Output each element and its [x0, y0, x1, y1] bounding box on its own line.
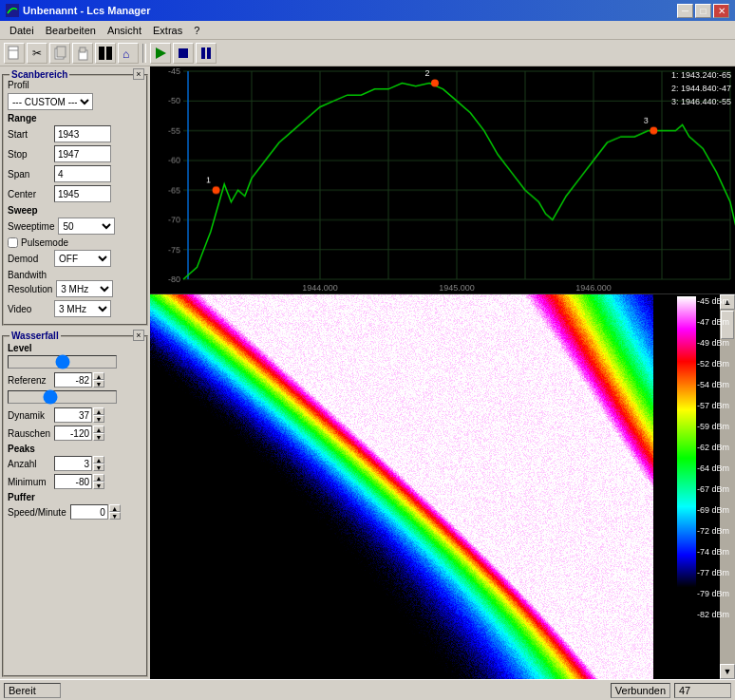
- video-row: Video 3 MHz: [8, 300, 142, 317]
- anzahl-label: Anzahl: [8, 459, 50, 469]
- sweeptime-row: Sweeptime 50: [8, 218, 142, 235]
- referenz-down[interactable]: ▼: [93, 380, 104, 388]
- menu-help[interactable]: ?: [188, 23, 205, 38]
- close-button[interactable]: ✕: [713, 4, 729, 18]
- color-scale-canvas: [677, 296, 696, 619]
- profil-label: Profil: [8, 80, 50, 90]
- center-row: Center: [8, 185, 142, 202]
- menu-bearbeiten[interactable]: Bearbeiten: [40, 23, 102, 38]
- scanbereich-section: Scanbereich × Profil --- CUSTOM --- Rang…: [2, 74, 148, 326]
- menu-ansicht[interactable]: Ansicht: [102, 23, 147, 38]
- rauschen-down[interactable]: ▼: [93, 433, 104, 441]
- anzahl-row: Anzahl ▲ ▼: [8, 456, 142, 471]
- toolbar-new[interactable]: [4, 43, 25, 64]
- chart-info-2: 2: 1944.840:-47: [671, 82, 731, 95]
- referenz-row: Referenz ▲ ▼: [8, 372, 142, 388]
- dynamik-row: Dynamik ▲ ▼: [8, 407, 142, 423]
- svg-rect-4: [57, 47, 66, 57]
- referenz-up[interactable]: ▲: [93, 372, 104, 380]
- start-input[interactable]: [54, 125, 111, 142]
- svg-rect-11: [179, 48, 188, 58]
- speed-up[interactable]: ▲: [109, 504, 121, 512]
- dynamik-label: Dynamik: [8, 410, 50, 421]
- scanbereich-title: Scanbereich: [9, 69, 69, 80]
- level-slider[interactable]: [8, 355, 117, 369]
- wasserfall-close[interactable]: ×: [133, 330, 144, 341]
- status-text: Bereit: [4, 683, 61, 698]
- sweeptime-select[interactable]: 50: [58, 218, 115, 235]
- dynamik-down[interactable]: ▼: [93, 415, 104, 423]
- anzahl-up[interactable]: ▲: [93, 456, 104, 464]
- minimum-up[interactable]: ▲: [93, 474, 104, 482]
- wasserfall-title: Wasserfall: [9, 331, 61, 341]
- scanbereich-close[interactable]: ×: [133, 68, 144, 80]
- span-input[interactable]: [54, 165, 111, 182]
- demod-select[interactable]: OFF: [54, 250, 111, 267]
- rauschen-row: Rauschen ▲ ▼: [8, 426, 142, 441]
- toolbar-copy[interactable]: [49, 43, 70, 64]
- minimize-button[interactable]: ─: [677, 4, 693, 18]
- toolbar-scissors[interactable]: ✂: [27, 43, 47, 64]
- toolbar-paste[interactable]: [72, 43, 93, 64]
- menu-datei[interactable]: Datei: [4, 23, 40, 38]
- chart-info-3: 3: 1946.440:-55: [671, 95, 731, 108]
- referenz-spin: ▲ ▼: [54, 372, 104, 388]
- status-bar: Bereit Verbunden 47: [0, 679, 735, 700]
- dynamik-slider[interactable]: [8, 390, 117, 404]
- video-select[interactable]: 3 MHz: [54, 300, 111, 317]
- rauschen-up[interactable]: ▲: [93, 426, 104, 433]
- right-panel: 1: 1943.240:-65 2: 1944.840:-47 3: 1946.…: [150, 66, 735, 679]
- pulsemode-label: Pulsemode: [21, 237, 68, 248]
- toolbar-btn4[interactable]: [95, 43, 116, 64]
- rauschen-spin: ▲ ▼: [54, 426, 104, 441]
- start-row: Start: [8, 125, 142, 142]
- rauschen-input[interactable]: [54, 426, 92, 441]
- svg-rect-1: [9, 47, 18, 59]
- referenz-label: Referenz: [8, 375, 50, 386]
- start-label: Start: [8, 129, 50, 140]
- rauschen-label: Rauschen: [8, 428, 50, 439]
- minimum-input[interactable]: [54, 474, 92, 489]
- minimum-label: Minimum: [8, 477, 50, 487]
- anzahl-input[interactable]: [54, 456, 92, 471]
- svg-text:⌂: ⌂: [122, 47, 129, 61]
- sweep-label: Sweep: [8, 205, 142, 216]
- stop-row: Stop: [8, 145, 142, 162]
- toolbar: ✂ ⌂: [0, 40, 735, 66]
- profil-row: Profil: [8, 80, 142, 90]
- span-label: Span: [8, 169, 50, 180]
- svg-rect-7: [99, 47, 104, 60]
- center-label: Center: [8, 189, 50, 199]
- stop-input[interactable]: [54, 145, 111, 162]
- resolution-select[interactable]: 3 MHz: [56, 280, 113, 297]
- dynamik-spin: ▲ ▼: [54, 407, 104, 423]
- menu-extras[interactable]: Extras: [147, 23, 188, 38]
- status-number: 47: [674, 683, 731, 698]
- pulsemode-check[interactable]: [8, 237, 18, 248]
- left-panel: Scanbereich × Profil --- CUSTOM --- Rang…: [0, 66, 150, 679]
- minimum-down[interactable]: ▼: [93, 482, 104, 489]
- speed-spin: ▲ ▼: [70, 504, 121, 520]
- main-layout: Scanbereich × Profil --- CUSTOM --- Rang…: [0, 66, 735, 679]
- dynamik-up[interactable]: ▲: [93, 407, 104, 415]
- toolbar-play[interactable]: [150, 43, 171, 64]
- center-input[interactable]: [54, 185, 111, 202]
- chart-info-1: 1: 1943.240:-65: [671, 68, 731, 82]
- scroll-down[interactable]: ▼: [720, 664, 735, 679]
- toolbar-stop[interactable]: [173, 43, 194, 64]
- dynamik-input[interactable]: [54, 407, 92, 423]
- svg-marker-10: [156, 47, 166, 59]
- profil-select[interactable]: --- CUSTOM ---: [8, 93, 93, 110]
- toolbar-btn5[interactable]: ⌂: [118, 43, 139, 64]
- speed-input[interactable]: [70, 504, 108, 520]
- wasserfall-section: Wasserfall × Level Referenz ▲ ▼: [2, 335, 148, 677]
- svg-rect-8: [106, 47, 112, 60]
- maximize-button[interactable]: □: [695, 4, 711, 18]
- color-scale-labels: -45 dBm -47 dBm -49 dBm -52 dBm -54 dBm …: [697, 296, 729, 619]
- toolbar-pause[interactable]: [196, 43, 217, 64]
- anzahl-down[interactable]: ▼: [93, 464, 104, 471]
- speed-down[interactable]: ▼: [109, 512, 121, 520]
- puffer-label: Puffer: [8, 492, 142, 502]
- bandwith-label: Bandwith: [8, 270, 142, 280]
- referenz-input[interactable]: [54, 372, 92, 388]
